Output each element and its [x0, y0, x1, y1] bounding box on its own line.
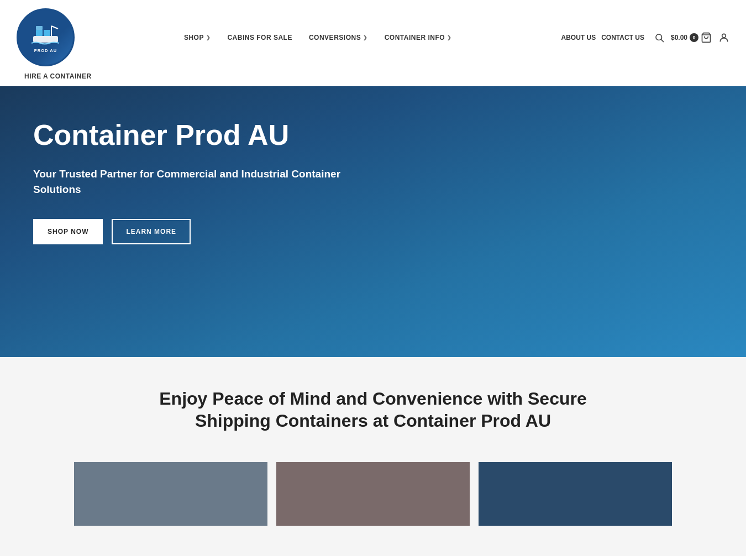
peace-section-title: Enjoy Peace of Mind and Convenience with…	[124, 388, 622, 432]
main-nav: SHOP ❯ CABINS FOR SALE CONVERSIONS ❯ CON…	[176, 29, 460, 46]
cart-price: $0.00	[671, 34, 687, 41]
shop-now-button[interactable]: SHOP NOW	[33, 219, 103, 244]
hero-buttons: SHOP NOW LEARN MORE	[33, 219, 365, 244]
svg-line-7	[661, 39, 663, 41]
header-bottom-nav: HIRE A CONTAINER	[17, 69, 729, 86]
nav-item-shop[interactable]: SHOP ❯	[176, 29, 219, 46]
shop-chevron-icon: ❯	[206, 35, 211, 40]
user-icon	[718, 32, 729, 43]
image-cards-row	[22, 462, 724, 526]
hero-content: Container Prod AU Your Trusted Partner f…	[33, 119, 365, 244]
image-card-1	[74, 462, 267, 526]
header-right: ABOUT US CONTACT US $0.00 0	[561, 32, 729, 43]
conversions-chevron-icon: ❯	[363, 35, 368, 40]
nav-item-container-info[interactable]: CONTAINER INFO ❯	[377, 29, 460, 46]
nav-item-about[interactable]: ABOUT US	[561, 34, 596, 41]
hero-subtitle: Your Trusted Partner for Commercial and …	[33, 166, 365, 197]
learn-more-button[interactable]: LEARN MORE	[112, 219, 191, 244]
cart-icon	[701, 32, 712, 43]
container-info-chevron-icon: ❯	[447, 35, 452, 40]
secondary-nav: ABOUT US CONTACT US	[561, 34, 644, 41]
svg-line-5	[51, 26, 58, 29]
cart-button[interactable]: $0.00 0	[671, 32, 712, 43]
hero-title: Container Prod AU	[33, 119, 365, 151]
svg-rect-3	[36, 26, 43, 30]
svg-rect-0	[33, 36, 58, 43]
nav-item-conversions[interactable]: CONVERSIONS ❯	[301, 29, 376, 46]
hero-section: Container Prod AU Your Trusted Partner f…	[0, 86, 746, 357]
logo[interactable]: PROD AU	[17, 8, 75, 66]
peace-section: Enjoy Peace of Mind and Convenience with…	[0, 357, 746, 556]
svg-rect-1	[36, 30, 43, 36]
nav-item-contact[interactable]: CONTACT US	[601, 34, 644, 41]
site-header: PROD AU SHOP ❯ CABINS FOR SALE CONVERSIO…	[0, 0, 746, 86]
cart-badge: 0	[690, 33, 698, 42]
svg-point-9	[722, 34, 726, 38]
svg-rect-2	[44, 30, 50, 36]
image-card-2	[276, 462, 470, 526]
logo-text: PROD AU	[34, 48, 57, 53]
user-button[interactable]	[718, 32, 729, 43]
nav-item-cabins[interactable]: CABINS FOR SALE	[219, 29, 300, 46]
header-icons: $0.00 0	[654, 32, 729, 43]
image-card-3	[479, 462, 672, 526]
search-button[interactable]	[654, 33, 664, 43]
nav-item-hire[interactable]: HIRE A CONTAINER	[17, 69, 729, 83]
